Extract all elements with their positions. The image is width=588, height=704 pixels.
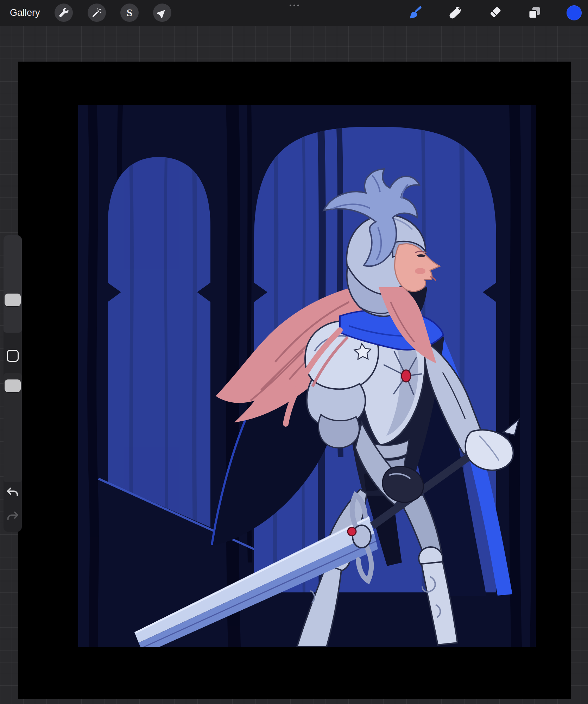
undo-arrow-icon (6, 485, 20, 499)
dot (290, 5, 291, 6)
brush-size-handle[interactable] (5, 294, 21, 306)
transform-button[interactable] (153, 4, 171, 22)
adjustments-button[interactable] (88, 4, 106, 22)
paint-tool-button[interactable] (406, 4, 423, 21)
brush-size-slider[interactable] (4, 235, 22, 333)
smudge-finger-icon (448, 5, 463, 20)
tool-sidebar (4, 235, 22, 532)
paintbrush-icon (407, 5, 422, 20)
redo-arrow-icon (6, 509, 20, 523)
actions-button[interactable] (55, 4, 73, 22)
topbar: Gallery S (0, 0, 588, 26)
redo-button[interactable] (6, 509, 20, 523)
multitasking-dots-icon[interactable] (286, 5, 302, 10)
undo-button[interactable] (6, 485, 20, 499)
procreate-workspace: Gallery S (0, 0, 588, 704)
smudge-tool-button[interactable] (447, 4, 464, 21)
opacity-handle[interactable] (5, 379, 21, 392)
modify-button[interactable] (7, 350, 19, 362)
dot (293, 5, 295, 6)
magic-wand-icon (91, 7, 102, 18)
crossguard-gem (348, 527, 356, 536)
layers-icon (527, 5, 542, 20)
erase-tool-button[interactable] (486, 4, 503, 21)
dot (297, 5, 299, 6)
eraser-icon (487, 5, 502, 20)
selection-s-icon: S (127, 7, 133, 18)
knight-artwork (78, 105, 536, 647)
transform-arrow-icon (157, 7, 167, 18)
drawing-canvas[interactable] (18, 62, 571, 699)
color-swatch[interactable] (567, 5, 582, 20)
layers-button[interactable] (526, 4, 543, 21)
gallery-button[interactable]: Gallery (10, 0, 40, 26)
wrench-icon (58, 7, 69, 18)
chest-gem (402, 370, 411, 382)
selection-button[interactable]: S (120, 4, 139, 22)
